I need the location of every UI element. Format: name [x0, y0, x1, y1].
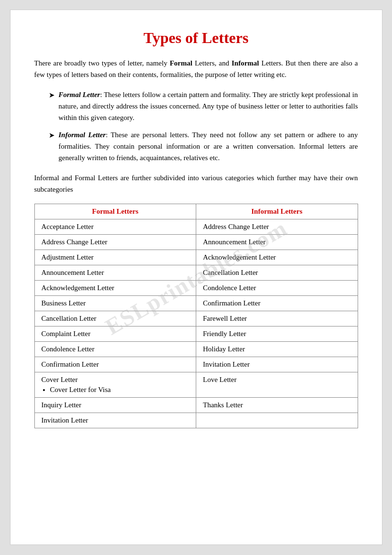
bullet-text-formal: Formal Letter: These letters follow a ce… — [59, 89, 358, 123]
formal-cell: Inquiry Letter — [34, 398, 196, 413]
table-row: Condolence LetterHoliday Letter — [34, 342, 358, 357]
formal-cell: Acknowledgement Letter — [34, 281, 196, 296]
formal-cell: Condolence Letter — [34, 342, 196, 357]
informal-cell: Thanks Letter — [196, 398, 358, 413]
informal-cell: Condolence Letter — [196, 281, 358, 296]
table-row: Invitation Letter — [34, 413, 358, 428]
informal-cell: Announcement Letter — [196, 235, 358, 250]
table-row: Complaint LetterFriendly Letter — [34, 326, 358, 342]
formal-cell: Adjustment Letter — [34, 250, 196, 265]
table-row: Announcement LetterCancellation Letter — [34, 265, 358, 281]
table-header-row: Formal Letters Informal Letters — [34, 204, 358, 219]
table-row: Cancellation LetterFarewell Letter — [34, 311, 358, 326]
informal-cell: Confirmation Letter — [196, 296, 358, 311]
col-informal-header: Informal Letters — [196, 204, 358, 219]
informal-cell — [196, 413, 358, 428]
page-title: Types of Letters — [34, 29, 358, 47]
table-row: Business LetterConfirmation Letter — [34, 296, 358, 311]
page-container: ESLprintables.com Types of Letters There… — [10, 10, 382, 545]
table-row: Address Change LetterAnnouncement Letter — [34, 235, 358, 250]
informal-cell: Cancellation Letter — [196, 265, 358, 281]
subdivision-paragraph: Informal and Formal Letters are further … — [34, 172, 358, 195]
table-row: Inquiry LetterThanks Letter — [34, 398, 358, 413]
informal-cell: Acknowledgement Letter — [196, 250, 358, 265]
formal-cell: Cancellation Letter — [34, 311, 196, 326]
bullet-arrow-formal: ➤ — [49, 89, 55, 101]
table-row: Acknowledgement LetterCondolence Letter — [34, 281, 358, 296]
informal-cell: Love Letter — [196, 372, 358, 398]
informal-cell: Invitation Letter — [196, 357, 358, 372]
letters-table: Formal Letters Informal Letters Acceptan… — [34, 204, 358, 428]
informal-cell: Farewell Letter — [196, 311, 358, 326]
table-row: Cover LetterCover Letter for VisaLove Le… — [34, 372, 358, 398]
formal-cell: Announcement Letter — [34, 265, 196, 281]
bullet-item-formal: ➤ Formal Letter: These letters follow a … — [49, 89, 358, 123]
formal-cell: Confirmation Letter — [34, 357, 196, 372]
intro-paragraph: There are broadly two types of letter, n… — [34, 57, 358, 80]
formal-sub-item: Cover Letter for Visa — [50, 386, 190, 394]
bullet-list: ➤ Formal Letter: These letters follow a … — [49, 89, 358, 163]
formal-cell: Cover LetterCover Letter for Visa — [34, 372, 196, 398]
formal-cell: Address Change Letter — [34, 235, 196, 250]
formal-cell: Invitation Letter — [34, 413, 196, 428]
col-formal-header: Formal Letters — [34, 204, 196, 219]
bullet-arrow-informal: ➤ — [49, 130, 55, 141]
formal-cell: Business Letter — [34, 296, 196, 311]
informal-cell: Address Change Letter — [196, 219, 358, 235]
formal-cell: Complaint Letter — [34, 326, 196, 342]
bullet-item-informal: ➤ Informal Letter: These are personal le… — [49, 129, 358, 163]
informal-cell: Holiday Letter — [196, 342, 358, 357]
formal-cell: Acceptance Letter — [34, 219, 196, 235]
table-row: Adjustment LetterAcknowledgement Letter — [34, 250, 358, 265]
table-row: Acceptance LetterAddress Change Letter — [34, 219, 358, 235]
bullet-text-informal: Informal Letter: These are personal lett… — [59, 129, 358, 163]
informal-cell: Friendly Letter — [196, 326, 358, 342]
table-row: Confirmation LetterInvitation Letter — [34, 357, 358, 372]
